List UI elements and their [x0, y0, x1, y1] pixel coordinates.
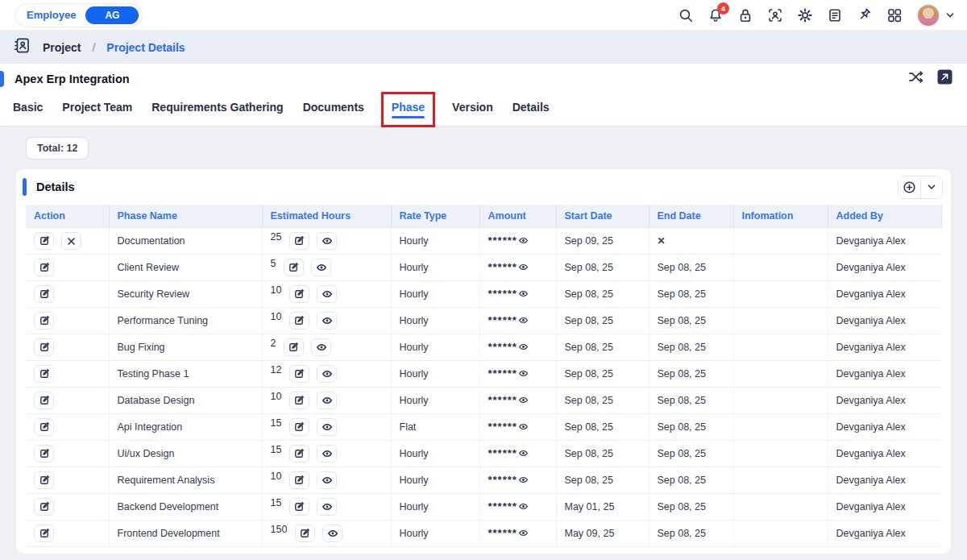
bell-icon[interactable]: 4 — [708, 7, 724, 23]
hours-view-button[interactable] — [317, 471, 337, 489]
hours-view-button[interactable] — [317, 365, 337, 383]
row-edit-button[interactable] — [34, 338, 54, 356]
pin-icon[interactable] — [857, 7, 873, 23]
hours-value: 5 — [271, 258, 276, 269]
top-bar-icons: 4 — [678, 3, 956, 27]
rate-type-cell: Hourly — [391, 308, 479, 334]
hours-view-button[interactable] — [317, 285, 337, 303]
action-cell — [26, 361, 109, 388]
end-date-value: Sep 08, 25 — [658, 262, 706, 273]
row-edit-button[interactable] — [34, 498, 54, 516]
hours-edit-button[interactable] — [289, 392, 309, 409]
amount-eye-icon[interactable] — [518, 501, 529, 514]
details-card-header: Details — [16, 169, 951, 205]
tab-basic[interactable]: Basic — [13, 94, 43, 125]
tab-requirements-gathering[interactable]: Requirements Gathering — [151, 94, 283, 125]
user-scan-icon[interactable] — [767, 7, 783, 23]
row-edit-button[interactable] — [34, 445, 54, 463]
hours-view-button[interactable] — [317, 445, 337, 463]
tab-details[interactable]: Details — [513, 94, 550, 125]
expand-link-icon[interactable] — [937, 69, 952, 88]
workspace-toggle[interactable]: Employee AG — [15, 3, 143, 27]
amount-eye-icon[interactable] — [518, 262, 529, 275]
breadcrumb-current[interactable]: Project Details — [106, 41, 185, 54]
workspace-label[interactable]: Employee — [27, 9, 76, 21]
hours-edit-button[interactable] — [289, 498, 309, 516]
search-icon[interactable] — [678, 7, 694, 23]
amount-eye-icon[interactable] — [518, 342, 529, 355]
amount-eye-icon[interactable] — [518, 528, 529, 541]
row-edit-button[interactable] — [34, 365, 54, 383]
tab-documents[interactable]: Documents — [303, 94, 364, 125]
workspace-badge[interactable]: AG — [85, 6, 139, 24]
apps-grid-icon[interactable] — [886, 7, 903, 23]
hours-view-button[interactable] — [317, 392, 337, 409]
row-close-button[interactable] — [61, 232, 81, 250]
amount-eye-icon[interactable] — [518, 315, 529, 328]
tab-project-team[interactable]: Project Team — [62, 94, 132, 125]
amount-eye-icon[interactable] — [518, 235, 529, 248]
tab-version[interactable]: Version — [452, 94, 493, 125]
notes-icon[interactable] — [827, 7, 843, 23]
row-edit-button[interactable] — [34, 471, 54, 489]
page-title: Apex Erp Integration — [15, 73, 907, 85]
hours-edit-button[interactable] — [289, 232, 309, 250]
add-phase-button[interactable] — [899, 176, 920, 198]
title-actions — [907, 68, 952, 89]
masked-amount: ****** — [488, 341, 517, 353]
hours-edit-button[interactable] — [284, 338, 304, 356]
row-edit-button[interactable] — [34, 418, 54, 436]
end-date-value: Sep 08, 25 — [658, 368, 706, 380]
hours-view-button[interactable] — [317, 498, 337, 516]
amount-eye-icon[interactable] — [518, 448, 529, 461]
amount-cell: ****** — [479, 467, 556, 494]
hours-view-button[interactable] — [311, 338, 331, 356]
amount-eye-icon[interactable] — [518, 368, 529, 381]
phase-name-cell: Bug Fixing — [109, 334, 262, 361]
start-date-cell: Sep 09, 25 — [556, 228, 649, 255]
amount-eye-icon[interactable] — [518, 421, 529, 434]
row-edit-button[interactable] — [34, 285, 54, 303]
hours-view-button[interactable] — [317, 418, 337, 436]
row-edit-button[interactable] — [34, 259, 54, 276]
end-date-value: Sep 08, 25 — [658, 395, 706, 406]
row-edit-button[interactable] — [34, 392, 54, 409]
hours-edit-button[interactable] — [289, 312, 309, 330]
hours-edit-button[interactable] — [289, 365, 309, 383]
row-edit-button[interactable] — [34, 232, 54, 250]
hours-edit-button[interactable] — [295, 525, 315, 542]
amount-eye-icon[interactable] — [518, 288, 529, 301]
rate-type-cell: Hourly — [391, 281, 479, 308]
gear-icon[interactable] — [797, 7, 813, 23]
amount-eye-icon[interactable] — [518, 475, 529, 487]
action-cell — [26, 414, 109, 441]
hours-view-button[interactable] — [322, 525, 342, 542]
hours-view-button[interactable] — [311, 259, 331, 276]
hours-view-button[interactable] — [317, 232, 337, 250]
amount-eye-icon[interactable] — [518, 395, 529, 408]
hours-edit-button[interactable] — [284, 259, 304, 276]
amount-cell: ****** — [479, 494, 556, 521]
hours-view-button[interactable] — [317, 312, 337, 330]
row-edit-button[interactable] — [34, 525, 54, 542]
shuffle-icon[interactable] — [907, 68, 924, 89]
tab-phase[interactable]: Phase — [384, 94, 433, 125]
chevron-down-icon[interactable] — [944, 10, 956, 21]
breadcrumb-section[interactable]: Project — [43, 41, 81, 54]
hours-value: 150 — [271, 524, 288, 535]
collapse-chevron-button[interactable] — [920, 176, 942, 198]
lock-icon[interactable] — [737, 7, 753, 23]
end-date-clear-icon[interactable]: ✕ — [658, 235, 666, 247]
hours-edit-button[interactable] — [289, 471, 309, 489]
hours-edit-button[interactable] — [289, 418, 309, 436]
estimated-hours-cell: 10 — [262, 308, 391, 334]
end-date-value: Sep 08, 25 — [658, 342, 706, 353]
row-edit-button[interactable] — [34, 312, 54, 330]
hours-value: 25 — [271, 231, 282, 243]
estimated-hours-cell: 150 — [262, 521, 391, 547]
user-menu[interactable] — [916, 3, 956, 27]
hours-edit-button[interactable] — [289, 285, 309, 303]
column-header: End Date — [649, 205, 733, 228]
avatar[interactable] — [916, 3, 940, 27]
hours-edit-button[interactable] — [289, 445, 309, 463]
